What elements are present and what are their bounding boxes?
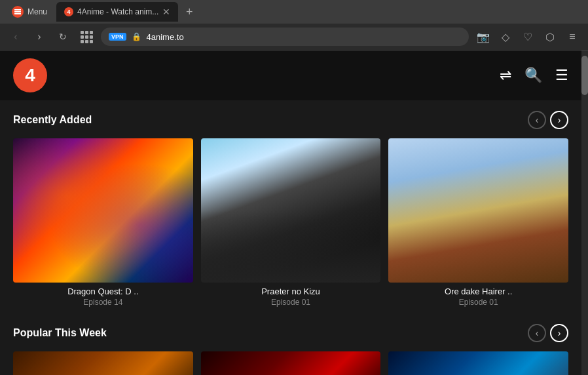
praeter-info: Praeter no Kizu Episode 01 — [201, 283, 381, 311]
recently-added-nav: ‹ › — [528, 111, 568, 129]
tab-favicon: 4 — [64, 7, 73, 16]
new-tab-button[interactable]: + — [181, 3, 198, 20]
grid-icon — [81, 31, 93, 43]
camera-icon[interactable]: 📷 — [474, 28, 492, 46]
scrollbar[interactable] — [581, 50, 588, 375]
extensions-icon[interactable]: ⬡ — [541, 28, 559, 46]
popular-thumbnails-grid — [13, 351, 568, 375]
recently-added-section: Recently Added ‹ › Dragon Quest: D .. — [13, 111, 568, 311]
dragon-quest-info: Dragon Quest: D .. Episode 14 — [13, 283, 193, 311]
recently-added-next-button[interactable]: › — [550, 111, 568, 129]
page-container: 4 ⇌ 🔍 ☰ Recently Added ‹ › — [0, 50, 588, 375]
toolbar-icons: 📷 ◇ ♡ ⬡ ≡ — [474, 28, 581, 46]
thumbnail-image — [13, 138, 193, 283]
popular-this-week-header: Popular This Week ‹ › — [13, 324, 568, 342]
url-text: 4anime.to — [147, 32, 461, 42]
site-header: 4 ⇌ 🔍 ☰ — [0, 50, 581, 100]
menu-label: Menu — [28, 7, 47, 16]
bookmark-icon[interactable]: ◇ — [496, 28, 515, 46]
ore-dake-title: Ore dake Hairer .. — [388, 286, 568, 296]
tab-close-button[interactable]: ✕ — [162, 7, 170, 17]
anime-card-dragon-quest[interactable]: Dragon Quest: D .. Episode 14 — [13, 138, 193, 311]
recently-added-header: Recently Added ‹ › — [13, 111, 568, 129]
popular-card-3[interactable] — [388, 351, 568, 375]
recently-added-title: Recently Added — [13, 114, 92, 126]
browser-menu-tab[interactable]: Menu — [5, 2, 54, 22]
praeter-episode: Episode 01 — [201, 298, 381, 307]
thumbnail-image — [201, 138, 381, 283]
anime-card-ore-dake[interactable]: Ore dake Hairer .. Episode 01 — [388, 138, 568, 311]
praeter-title: Praeter no Kizu — [201, 286, 381, 296]
favorites-icon[interactable]: ♡ — [519, 28, 537, 46]
popular-next-button[interactable]: › — [550, 324, 568, 342]
tab-title: 4Anime - Watch anim... — [77, 7, 158, 16]
popular-this-week-nav: ‹ › — [528, 324, 568, 342]
browser-frame: Menu 4 4Anime - Watch anim... ✕ + ‹ › ↻ — [0, 0, 588, 50]
popular-prev-button[interactable]: ‹ — [528, 324, 546, 342]
dragon-quest-title: Dragon Quest: D .. — [13, 286, 193, 296]
hamburger-menu-icon[interactable]: ☰ — [555, 67, 568, 84]
popular-this-week-section: Popular This Week ‹ › — [13, 324, 568, 375]
popular-card-1[interactable] — [13, 351, 193, 375]
shuffle-icon[interactable]: ⇌ — [500, 67, 511, 84]
praeter-thumbnail — [201, 138, 381, 283]
opera-icon — [12, 6, 24, 18]
grid-view-button[interactable] — [77, 28, 96, 46]
active-tab[interactable]: 4 4Anime - Watch anim... ✕ — [56, 2, 178, 22]
header-icons: ⇌ 🔍 ☰ — [500, 67, 568, 84]
content-area: Recently Added ‹ › Dragon Quest: D .. — [0, 100, 581, 375]
ore-dake-info: Ore dake Hairer .. Episode 01 — [388, 283, 568, 311]
back-button[interactable]: ‹ — [7, 28, 25, 46]
browser-toolbar: ‹ › ↻ VPN 🔒 4anime.to 📷 ◇ ♡ ⬡ ≡ — [0, 24, 588, 50]
search-icon[interactable]: 🔍 — [524, 67, 542, 84]
ore-dake-thumbnail — [388, 138, 568, 283]
browser-menu-icon[interactable]: ≡ — [563, 28, 581, 46]
reload-button[interactable]: ↻ — [54, 28, 72, 46]
ore-dake-episode: Episode 01 — [388, 298, 568, 307]
forward-button[interactable]: › — [30, 28, 48, 46]
anime-card-praeter[interactable]: Praeter no Kizu Episode 01 — [201, 138, 381, 311]
vpn-badge: VPN — [109, 33, 126, 41]
site-logo[interactable]: 4 — [13, 58, 47, 92]
scrollbar-thumb[interactable] — [581, 56, 588, 95]
lock-icon: 🔒 — [132, 32, 141, 41]
popular-this-week-title: Popular This Week — [13, 327, 107, 339]
dragon-quest-thumbnail — [13, 138, 193, 283]
address-bar[interactable]: VPN 🔒 4anime.to — [101, 28, 469, 46]
popular-card-2[interactable] — [201, 351, 381, 375]
page-content: 4 ⇌ 🔍 ☰ Recently Added ‹ › — [0, 50, 581, 375]
thumbnail-image — [388, 138, 568, 283]
recently-added-grid: Dragon Quest: D .. Episode 14 Praeter no… — [13, 138, 568, 311]
dragon-quest-episode: Episode 14 — [13, 298, 193, 307]
recently-added-prev-button[interactable]: ‹ — [528, 111, 546, 129]
browser-tabs: Menu 4 4Anime - Watch anim... ✕ + — [0, 0, 588, 24]
